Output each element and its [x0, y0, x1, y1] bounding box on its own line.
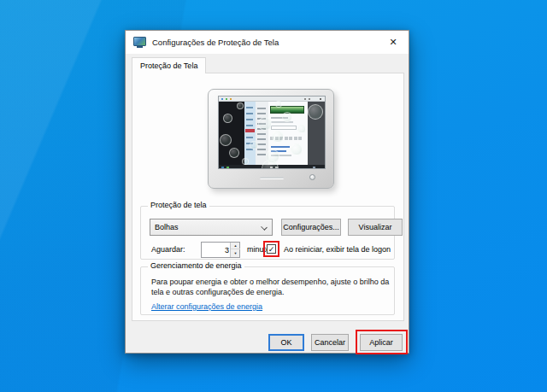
- preview-decor: [304, 98, 306, 100]
- annotation-checkbox-highlight: ✓: [263, 241, 279, 257]
- wait-label: Aguardar:: [151, 245, 185, 254]
- tab-page: Proteção de tela Bolhas Configurações...…: [132, 73, 404, 321]
- preview-decor: [271, 146, 290, 148]
- bubble-decor: [258, 117, 272, 131]
- tab-protecao-de-tela[interactable]: Proteção de Tela: [132, 57, 206, 73]
- preview-decor: [226, 167, 229, 168]
- screensaver-group-label: Proteção de tela: [148, 201, 209, 209]
- preview-decor: [257, 149, 266, 150]
- preview-decor: [246, 119, 253, 120]
- spin-up-icon[interactable]: ▲: [231, 243, 240, 249]
- preview-decor: [245, 129, 255, 132]
- power-settings-link[interactable]: Alterar configurações de energia: [151, 302, 262, 311]
- wait-minutes-input[interactable]: [202, 243, 231, 257]
- bubble-decor: [242, 158, 249, 165]
- screensaver-group: Proteção de tela Bolhas Configurações...…: [140, 206, 395, 260]
- preview-decor: [230, 98, 232, 100]
- preview-decor: [257, 154, 266, 155]
- monitor-slot: [260, 177, 284, 179]
- bubble-decor: [220, 134, 232, 146]
- display-settings-icon: [133, 37, 146, 48]
- logon-checkbox[interactable]: ✓: [267, 244, 276, 254]
- preview-decor: [246, 107, 253, 108]
- spin-down-icon[interactable]: ▼: [231, 250, 240, 257]
- screensaver-settings-dialog: Configurações de Proteção de Tela ✕ Prot…: [125, 30, 409, 354]
- bubble-decor: [297, 125, 306, 133]
- cancel-button[interactable]: Cancelar: [311, 334, 349, 351]
- bubble-decor: [282, 112, 292, 122]
- settings-button[interactable]: Configurações...: [281, 219, 341, 236]
- power-management-group: Gerenciamento de energia Para poupar ene…: [140, 266, 395, 315]
- power-description: Para poupar energia e obter o melhor des…: [151, 277, 392, 297]
- bubble-decor: [229, 148, 239, 158]
- preview-decor: [257, 138, 266, 140]
- screensaver-preview-monitor: [208, 89, 334, 189]
- preview-decor: [289, 137, 292, 140]
- desktop-background: Configurações de Proteção de Tela ✕ Prot…: [0, 0, 547, 392]
- stepper-buttons: ▲ ▼: [230, 243, 239, 257]
- bubble-decor: [223, 114, 232, 123]
- preview-decor: [257, 133, 266, 135]
- preview-decor: [246, 137, 253, 138]
- logon-checkbox-label: Ao reiniciar, exibir tela de logon: [284, 245, 391, 254]
- preview-decor: [313, 167, 315, 168]
- screensaver-preview-screen: [218, 96, 326, 169]
- ok-button[interactable]: OK: [268, 334, 304, 351]
- preview-button[interactable]: Visualizar: [348, 219, 403, 236]
- bubble-decor: [272, 131, 284, 143]
- wait-minutes-stepper[interactable]: ▲ ▼: [201, 242, 240, 258]
- screensaver-select[interactable]: Bolhas: [150, 219, 273, 236]
- preview-decor: [285, 137, 288, 140]
- preview-decor: [221, 98, 223, 100]
- power-group-label: Gerenciamento de energia: [148, 261, 244, 270]
- close-icon[interactable]: ✕: [378, 31, 409, 54]
- preview-decor: [226, 98, 227, 100]
- preview-decor: [294, 137, 297, 140]
- preview-decor: [320, 98, 321, 100]
- preview-decor: [257, 108, 266, 109]
- bubble-decor: [308, 104, 323, 120]
- chevron-down-icon: [261, 224, 268, 231]
- preview-decor: [221, 167, 224, 168]
- preview-decor: [246, 113, 253, 114]
- preview-decor: [309, 98, 310, 100]
- bubble-decor: [237, 102, 244, 109]
- bubble-decor: [250, 141, 258, 149]
- preview-nav-column: [244, 102, 256, 165]
- preview-decor: [271, 121, 293, 123]
- preview-decor: [257, 143, 266, 145]
- screensaver-select-value: Bolhas: [155, 223, 179, 231]
- bubble-decor: [275, 101, 282, 108]
- monitor-power-button-icon: [309, 174, 315, 180]
- bubble-decor: [291, 143, 303, 155]
- preview-decor: [271, 126, 297, 130]
- titlebar[interactable]: Configurações de Proteção de Tela ✕: [126, 31, 409, 54]
- window-title: Configurações de Proteção de Tela: [152, 38, 279, 47]
- preview-decor: [298, 137, 302, 140]
- preview-decor: [257, 113, 266, 114]
- apply-button[interactable]: Aplicar: [360, 334, 403, 351]
- preview-decor: [246, 125, 253, 126]
